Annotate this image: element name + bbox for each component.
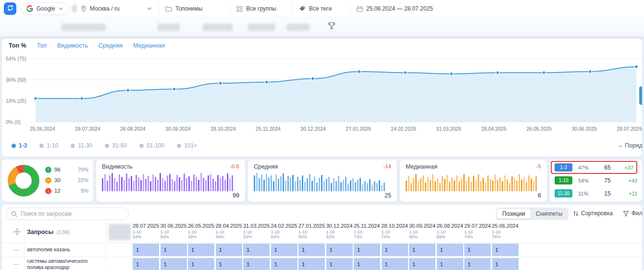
date-column-header[interactable]: 25.06.20241-1074% (492, 223, 520, 239)
date-column-header[interactable]: 31.03.20251-1053% (243, 223, 271, 239)
order-link[interactable]: → Порядок (617, 142, 642, 149)
row-drag-handle[interactable]: — (13, 261, 19, 268)
position-cell[interactable]: 1 (243, 258, 270, 270)
position-cell[interactable]: 1 (492, 258, 519, 270)
rank-distribution-donut[interactable] (8, 165, 39, 196)
query-text[interactable]: системы автоматического полива краснодар (27, 258, 104, 270)
metric-card-средняя[interactable]: Средняя-1425 (248, 160, 397, 202)
position-cell[interactable]: 1 (216, 258, 242, 270)
position-cell[interactable]: 1 (188, 244, 214, 256)
metric-card-медианная[interactable]: Медианная-56 (400, 160, 547, 202)
chart-scroll-right-button[interactable] (639, 86, 642, 105)
date-column-header[interactable]: 25.11.20241-1073% (354, 223, 382, 239)
date-column-header[interactable]: 29.07.20241-1074% (464, 223, 492, 239)
position-cell[interactable]: 1 (298, 258, 325, 270)
position-cell[interactable]: 1 (354, 258, 380, 270)
position-cell[interactable]: 1 (382, 258, 408, 270)
column-percent: 49% (188, 234, 216, 239)
toponyms-button[interactable]: Топонимы (165, 2, 202, 15)
tab-медианная[interactable]: Медианная (133, 42, 165, 49)
rank-row-11-30[interactable]: 11-3011%15+11 (550, 187, 642, 200)
position-cell[interactable]: 1 (133, 244, 159, 256)
date-column-header[interactable]: 26.05.20251-1049% (188, 223, 216, 239)
search-icon (11, 211, 17, 217)
position-cell[interactable]: 1 (326, 258, 353, 270)
position-cell[interactable]: 1 (464, 258, 491, 270)
tab-видимость[interactable]: Видимость (57, 42, 88, 49)
position-cell[interactable]: 1 (271, 244, 297, 256)
date-column-header[interactable]: 27.01.20251-1050% (298, 223, 326, 239)
distribution-legend-row[interactable]: ↓129% (45, 185, 88, 196)
position-cell[interactable]: 1 (382, 244, 408, 256)
date-column-header[interactable]: 30.12.20241-1052% (326, 223, 354, 239)
query-text[interactable]: автополив казань (27, 246, 104, 253)
position-cell[interactable]: 1 (161, 258, 187, 270)
position-cell[interactable]: 1 (271, 258, 297, 270)
query-search[interactable] (6, 208, 129, 220)
legend-item-1-3[interactable]: 1-3 (12, 142, 27, 149)
sync-button[interactable] (4, 2, 16, 15)
sparkline-bar (335, 181, 337, 191)
legend-item-51-100[interactable]: 51-100 (139, 142, 164, 149)
sparkline-bar (480, 181, 482, 191)
date-range-label: 25.06.2024 — 28.07.2025 (366, 5, 433, 12)
position-cell[interactable]: 1 (464, 244, 491, 256)
legend-item-101+[interactable]: 101+ (177, 142, 197, 149)
position-cell[interactable]: 1 (437, 244, 463, 256)
position-cell[interactable]: 1 (409, 244, 435, 256)
date-column-header[interactable]: 26.08.20241-1069% (437, 223, 465, 239)
table-row[interactable]: —автополив казань11111111111111 (2, 243, 642, 257)
rank-row-1-10[interactable]: 1-1054%75+43 (550, 174, 642, 187)
table-row[interactable]: —системы автоматического полива краснода… (2, 257, 642, 270)
sparkline-bar (463, 174, 465, 191)
column-range: 1-10 (326, 230, 354, 234)
legend-item-11-30[interactable]: 11-30 (71, 142, 92, 149)
sort-button[interactable]: Сортировка (573, 210, 613, 217)
position-cell[interactable]: 1 (188, 258, 214, 270)
position-cell[interactable]: 1 (326, 244, 353, 256)
top-percent-chart[interactable] (30, 55, 642, 127)
position-cell[interactable]: 1 (161, 244, 187, 256)
arrow-right-icon: → (617, 142, 623, 149)
position-cell[interactable]: 1 (437, 258, 463, 270)
position-cell[interactable]: 1 (409, 258, 435, 270)
distribution-legend-row[interactable]: ↑9670% (45, 164, 88, 175)
date-column-header[interactable]: 28.07.20251-1054% (133, 223, 161, 239)
date-column-header[interactable]: 28.04.20251-1049% (216, 223, 244, 239)
position-cell[interactable]: 1 (216, 244, 242, 256)
filter-button[interactable]: Фильтры (623, 210, 642, 217)
tab-топ-[interactable]: Топ % (9, 42, 26, 49)
tags-button[interactable]: Все теги (299, 2, 332, 15)
sparkline-bar (497, 180, 498, 191)
date-range-picker[interactable]: 25.06.2024 — 28.07.2025 (357, 2, 433, 15)
rank-row-1-3[interactable]: 1-347%65+37 (551, 161, 637, 174)
groups-button[interactable]: Все группы (236, 2, 276, 15)
position-cell[interactable]: 1 (354, 244, 380, 256)
tab-топ[interactable]: Топ (37, 42, 47, 49)
legend-item-1-10[interactable]: 1-10 (39, 142, 58, 149)
queries-header[interactable]: Запросы (138) (27, 229, 70, 235)
search-engine-select[interactable]: Google (21, 2, 69, 15)
position-cell[interactable]: 1 (243, 244, 270, 256)
metric-card-видимость[interactable]: Видимость-0.699 (96, 160, 245, 202)
search-input[interactable] (21, 210, 117, 217)
snippets-toggle-option[interactable]: Сниппеты (531, 209, 568, 219)
date-column-header[interactable]: 30.06.20251-1056% (161, 223, 188, 239)
date-column-header[interactable]: 28.10.20241-1074% (382, 223, 409, 239)
date-column-header[interactable]: 30.09.20241-1065% (409, 223, 437, 239)
position-cell[interactable]: 1 (492, 244, 519, 256)
position-cell[interactable]: 1 (298, 244, 325, 256)
legend-item-31-50[interactable]: 31-50 (105, 142, 127, 149)
move-crosshair-icon[interactable] (13, 228, 21, 237)
region-select[interactable]: Москва / ru (81, 2, 152, 15)
positions-toggle-option[interactable]: Позиции (497, 209, 531, 219)
trophy-icon[interactable] (328, 22, 335, 32)
metric-sparkline (406, 173, 537, 191)
distribution-legend-row[interactable]: −3022% (45, 175, 88, 185)
row-drag-handle[interactable]: — (13, 246, 19, 253)
position-cell[interactable]: 1 (133, 258, 159, 270)
sparkline-bar (311, 181, 313, 191)
date-column-header[interactable]: 24.02.20251-1054% (271, 223, 299, 239)
sparkline-bar (263, 180, 265, 191)
tab-средняя[interactable]: Средняя (99, 42, 123, 49)
